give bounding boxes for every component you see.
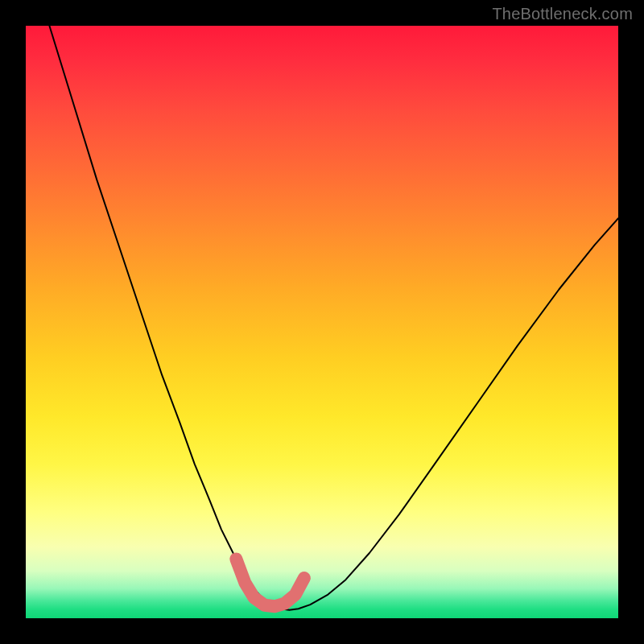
chart-svg [26,26,618,618]
chart-frame: TheBottleneck.com [0,0,644,644]
watermark-text: TheBottleneck.com [492,5,633,23]
plot-area [26,26,618,618]
bottleneck-curve [49,26,618,610]
valley-highlight [236,559,304,606]
